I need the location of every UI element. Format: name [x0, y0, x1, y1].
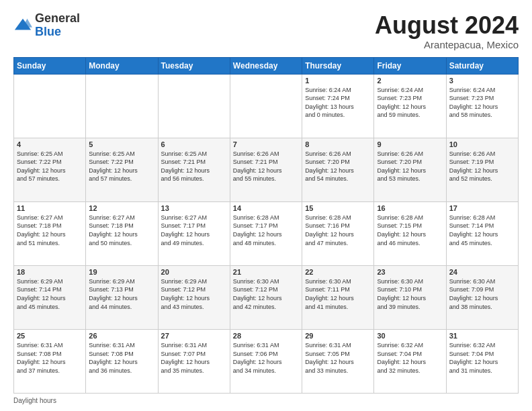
calendar-cell: 13Sunrise: 6:27 AM Sunset: 7:17 PM Dayli… [158, 201, 230, 265]
day-number: 27 [161, 332, 227, 340]
calendar-cell: 21Sunrise: 6:30 AM Sunset: 7:12 PM Dayli… [230, 265, 302, 329]
calendar-header-cell: Saturday [446, 57, 518, 74]
day-number: 28 [233, 332, 299, 340]
calendar-cell [158, 74, 230, 138]
calendar-cell: 2Sunrise: 6:24 AM Sunset: 7:23 PM Daylig… [374, 74, 446, 138]
day-info: Sunrise: 6:28 AM Sunset: 7:17 PM Dayligh… [233, 214, 299, 247]
day-info: Sunrise: 6:26 AM Sunset: 7:20 PM Dayligh… [377, 150, 443, 183]
logo-general: General [35, 12, 80, 26]
calendar-table: SundayMondayTuesdayWednesdayThursdayFrid… [13, 57, 519, 394]
day-number: 26 [89, 332, 154, 340]
calendar-cell: 26Sunrise: 6:31 AM Sunset: 7:08 PM Dayli… [86, 329, 158, 393]
day-info: Sunrise: 6:27 AM Sunset: 7:17 PM Dayligh… [161, 214, 227, 247]
calendar-header-cell: Thursday [302, 57, 374, 74]
day-number: 29 [305, 332, 371, 340]
calendar-cell: 15Sunrise: 6:28 AM Sunset: 7:16 PM Dayli… [302, 201, 374, 265]
calendar-cell: 10Sunrise: 6:26 AM Sunset: 7:19 PM Dayli… [446, 138, 518, 201]
day-number: 1 [305, 77, 371, 85]
day-number: 17 [449, 204, 515, 212]
header: General Blue August 2024 Arantepacua, Me… [13, 12, 519, 50]
day-info: Sunrise: 6:25 AM Sunset: 7:22 PM Dayligh… [89, 150, 154, 183]
calendar-week-row: 25Sunrise: 6:31 AM Sunset: 7:08 PM Dayli… [14, 329, 519, 393]
day-info: Sunrise: 6:25 AM Sunset: 7:21 PM Dayligh… [161, 150, 227, 183]
logo-blue: Blue [35, 26, 80, 39]
day-number: 20 [161, 268, 227, 276]
day-info: Sunrise: 6:27 AM Sunset: 7:18 PM Dayligh… [89, 214, 154, 247]
day-info: Sunrise: 6:30 AM Sunset: 7:09 PM Dayligh… [449, 277, 515, 311]
day-number: 24 [449, 268, 515, 276]
day-info: Sunrise: 6:29 AM Sunset: 7:14 PM Dayligh… [17, 277, 83, 311]
calendar-cell: 20Sunrise: 6:29 AM Sunset: 7:12 PM Dayli… [158, 265, 230, 329]
calendar-cell [230, 74, 302, 138]
day-info: Sunrise: 6:31 AM Sunset: 7:08 PM Dayligh… [17, 341, 83, 375]
logo: General Blue [13, 12, 80, 39]
day-number: 31 [449, 332, 515, 340]
calendar-header-cell: Wednesday [230, 57, 302, 74]
day-number: 22 [305, 268, 371, 276]
day-info: Sunrise: 6:32 AM Sunset: 7:04 PM Dayligh… [377, 341, 443, 375]
day-info: Sunrise: 6:26 AM Sunset: 7:21 PM Dayligh… [233, 150, 299, 183]
calendar-cell: 28Sunrise: 6:31 AM Sunset: 7:06 PM Dayli… [230, 329, 302, 393]
title-block: August 2024 Arantepacua, Mexico [375, 12, 519, 50]
day-info: Sunrise: 6:30 AM Sunset: 7:11 PM Dayligh… [305, 277, 371, 311]
day-number: 25 [17, 332, 83, 340]
day-number: 23 [377, 268, 443, 276]
day-info: Sunrise: 6:31 AM Sunset: 7:07 PM Dayligh… [161, 341, 227, 375]
day-info: Sunrise: 6:28 AM Sunset: 7:14 PM Dayligh… [449, 214, 515, 247]
month-year: August 2024 [375, 12, 519, 39]
day-info: Sunrise: 6:29 AM Sunset: 7:12 PM Dayligh… [161, 277, 227, 311]
calendar-cell: 23Sunrise: 6:30 AM Sunset: 7:10 PM Dayli… [374, 265, 446, 329]
day-number: 9 [377, 140, 443, 148]
footer: Daylight hours [13, 397, 519, 404]
day-info: Sunrise: 6:32 AM Sunset: 7:04 PM Dayligh… [449, 341, 515, 375]
calendar-cell: 19Sunrise: 6:29 AM Sunset: 7:13 PM Dayli… [86, 265, 158, 329]
calendar-cell: 11Sunrise: 6:27 AM Sunset: 7:18 PM Dayli… [14, 201, 86, 265]
day-info: Sunrise: 6:26 AM Sunset: 7:20 PM Dayligh… [305, 150, 371, 183]
day-number: 11 [17, 204, 83, 212]
day-number: 8 [305, 140, 371, 148]
calendar-week-row: 4Sunrise: 6:25 AM Sunset: 7:22 PM Daylig… [14, 138, 519, 201]
calendar-cell: 31Sunrise: 6:32 AM Sunset: 7:04 PM Dayli… [446, 329, 518, 393]
logo-text: General Blue [35, 12, 80, 39]
calendar-cell: 1Sunrise: 6:24 AM Sunset: 7:24 PM Daylig… [302, 74, 374, 138]
day-info: Sunrise: 6:30 AM Sunset: 7:12 PM Dayligh… [233, 277, 299, 311]
day-number: 4 [17, 140, 83, 148]
calendar-cell [86, 74, 158, 138]
day-info: Sunrise: 6:27 AM Sunset: 7:18 PM Dayligh… [17, 214, 83, 247]
day-number: 3 [449, 77, 515, 85]
day-number: 13 [161, 204, 227, 212]
calendar-cell: 12Sunrise: 6:27 AM Sunset: 7:18 PM Dayli… [86, 201, 158, 265]
calendar-cell: 16Sunrise: 6:28 AM Sunset: 7:15 PM Dayli… [374, 201, 446, 265]
day-number: 30 [377, 332, 443, 340]
calendar-cell [14, 74, 86, 138]
page: General Blue August 2024 Arantepacua, Me… [0, 0, 532, 411]
day-info: Sunrise: 6:25 AM Sunset: 7:22 PM Dayligh… [17, 150, 83, 183]
calendar-header-cell: Monday [86, 57, 158, 74]
day-number: 15 [305, 204, 371, 212]
day-info: Sunrise: 6:24 AM Sunset: 7:23 PM Dayligh… [377, 86, 443, 120]
day-info: Sunrise: 6:31 AM Sunset: 7:05 PM Dayligh… [305, 341, 371, 375]
calendar-week-row: 18Sunrise: 6:29 AM Sunset: 7:14 PM Dayli… [14, 265, 519, 329]
day-number: 5 [89, 140, 154, 148]
day-info: Sunrise: 6:28 AM Sunset: 7:16 PM Dayligh… [305, 214, 371, 247]
day-number: 12 [89, 204, 154, 212]
calendar-header-cell: Sunday [14, 57, 86, 74]
calendar-cell: 8Sunrise: 6:26 AM Sunset: 7:20 PM Daylig… [302, 138, 374, 201]
day-number: 19 [89, 268, 154, 276]
daylight-label: Daylight hours [13, 397, 56, 404]
calendar-cell: 25Sunrise: 6:31 AM Sunset: 7:08 PM Dayli… [14, 329, 86, 393]
day-number: 18 [17, 268, 83, 276]
day-info: Sunrise: 6:24 AM Sunset: 7:23 PM Dayligh… [449, 86, 515, 120]
calendar-cell: 7Sunrise: 6:26 AM Sunset: 7:21 PM Daylig… [230, 138, 302, 201]
calendar-cell: 3Sunrise: 6:24 AM Sunset: 7:23 PM Daylig… [446, 74, 518, 138]
calendar-cell: 18Sunrise: 6:29 AM Sunset: 7:14 PM Dayli… [14, 265, 86, 329]
calendar-cell: 17Sunrise: 6:28 AM Sunset: 7:14 PM Dayli… [446, 201, 518, 265]
calendar-cell: 27Sunrise: 6:31 AM Sunset: 7:07 PM Dayli… [158, 329, 230, 393]
logo-icon [13, 16, 32, 35]
day-number: 10 [449, 140, 515, 148]
day-number: 6 [161, 140, 227, 148]
calendar-cell: 30Sunrise: 6:32 AM Sunset: 7:04 PM Dayli… [374, 329, 446, 393]
calendar-header-row: SundayMondayTuesdayWednesdayThursdayFrid… [14, 57, 519, 74]
day-info: Sunrise: 6:29 AM Sunset: 7:13 PM Dayligh… [89, 277, 154, 311]
calendar-cell: 6Sunrise: 6:25 AM Sunset: 7:21 PM Daylig… [158, 138, 230, 201]
